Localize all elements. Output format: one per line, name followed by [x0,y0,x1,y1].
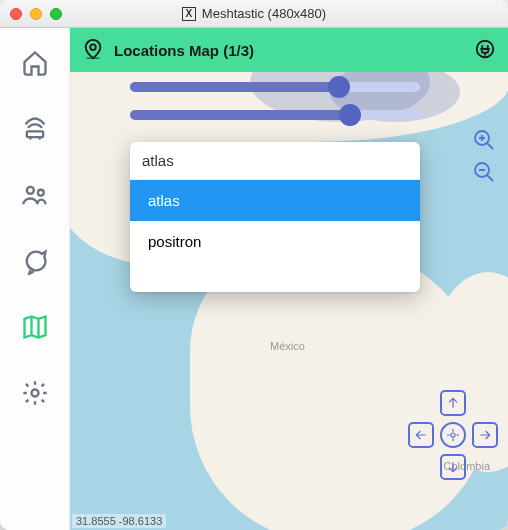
sidebar-item-map[interactable] [20,312,50,342]
window-controls [10,8,62,20]
page-title: Locations Map (1/3) [114,42,254,59]
sidebar-item-people[interactable] [20,180,50,210]
svg-point-1 [26,187,33,194]
search-input[interactable]: atlas [130,142,420,180]
pan-down-button[interactable] [440,454,466,480]
pan-up-button[interactable] [440,390,466,416]
minimize-window-button[interactable] [30,8,42,20]
zoom-out-button[interactable] [470,158,498,186]
location-pin-icon [82,38,104,63]
map-sliders [130,82,420,120]
window-title: Meshtastic (480x480) [202,6,326,21]
coordinates-readout: 31.8555 -98.6133 [72,514,166,528]
recenter-button[interactable] [440,422,466,448]
nav-pad [408,390,498,480]
dropdown-item-atlas[interactable]: atlas [130,180,420,221]
sidebar [0,28,70,530]
slider-2[interactable] [130,110,420,120]
slider-1[interactable] [130,82,420,92]
sidebar-item-router[interactable] [20,114,50,144]
svg-point-4 [90,44,96,50]
svg-point-3 [31,390,38,397]
pan-right-button[interactable] [472,422,498,448]
sidebar-item-settings[interactable] [20,378,50,408]
sidebar-item-chat[interactable] [20,246,50,276]
svg-point-8 [451,433,455,437]
svg-rect-0 [26,131,42,137]
map-label-mexico: México [270,340,305,352]
search-dropdown: atlas positron [130,180,420,292]
pan-left-button[interactable] [408,422,434,448]
zoom-in-button[interactable] [470,126,498,154]
maximize-window-button[interactable] [50,8,62,20]
search-panel: atlas atlas positron [130,142,420,292]
power-icon[interactable] [474,38,496,63]
app-window: X Meshtastic (480x480) [0,0,508,530]
svg-point-2 [37,190,43,196]
page-header: Locations Map (1/3) [70,28,508,72]
sidebar-item-home[interactable] [20,48,50,78]
map-canvas[interactable]: México Colombia atlas atlas [70,72,508,530]
titlebar: X Meshtastic (480x480) [0,0,508,28]
x11-icon: X [182,7,196,21]
close-window-button[interactable] [10,8,22,20]
dropdown-item-positron[interactable]: positron [130,221,420,262]
